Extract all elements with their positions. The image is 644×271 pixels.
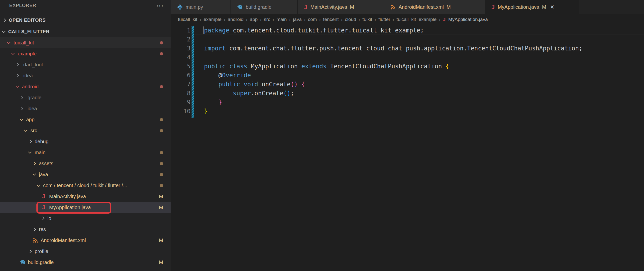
tree-item-label: MainActivity.java: [49, 194, 86, 199]
line-number: 10: [170, 107, 190, 116]
breadcrumb-item[interactable]: example: [204, 17, 222, 22]
tree-item-AndroidManifest.xml[interactable]: AndroidManifest.xmlM: [0, 235, 170, 246]
code-line-2[interactable]: 2: [170, 35, 644, 44]
modified-badge: M: [159, 259, 163, 265]
code-line-6[interactable]: 6 @Override: [170, 71, 644, 80]
workspace-section-header[interactable]: CALLS_FLUTTER: [0, 26, 170, 37]
java-file-icon: J: [443, 17, 446, 22]
breadcrumb-item[interactable]: app: [250, 17, 258, 22]
workspace-name: CALLS_FLUTTER: [8, 29, 50, 35]
tab-MyApplication.java[interactable]: JMyApplication.javaM×: [485, 0, 579, 14]
tab-MainActivity.java[interactable]: JMainActivity.javaM: [298, 0, 384, 14]
git-status-dot: [160, 52, 163, 55]
breadcrumb-item[interactable]: src: [264, 17, 270, 22]
tree-item-.dart_tool[interactable]: .dart_tool: [0, 59, 170, 70]
line-number: 7: [170, 80, 190, 89]
tab-AndroidManifest.xml[interactable]: AndroidManifest.xmlM: [384, 0, 485, 14]
tree-item-res[interactable]: res: [0, 224, 170, 235]
chevron-right-icon: [20, 96, 23, 99]
tree-item-label: .idea: [26, 106, 37, 112]
tree-item-.gradle[interactable]: .gradle: [0, 92, 170, 103]
line-number: 6: [170, 71, 190, 80]
breadcrumb-item[interactable]: main: [276, 17, 286, 22]
file-tree: tuicall_kitexample.dart_tool.ideaandroid…: [0, 37, 170, 268]
chevron-right-icon: [16, 74, 19, 77]
tree-item-build.gradle[interactable]: build.gradleM: [0, 257, 170, 268]
chevron-right-icon: [20, 107, 23, 110]
tree-item-example[interactable]: example: [0, 48, 170, 59]
breadcrumb-separator-icon: ›: [246, 17, 248, 23]
modified-badge: M: [542, 4, 546, 10]
chevron-right-icon: [28, 140, 32, 143]
tree-item-android[interactable]: android: [0, 81, 170, 92]
breadcrumb-item[interactable]: android: [228, 17, 244, 22]
tree-item-label: debug: [35, 139, 49, 144]
tree-item-label: .dart_tool: [22, 62, 43, 68]
tree-item-.idea[interactable]: .idea: [0, 103, 170, 114]
java-file-icon: J: [42, 204, 46, 210]
breadcrumb-separator-icon: ›: [272, 17, 274, 23]
tree-item-assets[interactable]: assets: [0, 158, 170, 169]
tab-label: MainActivity.java: [310, 4, 347, 10]
tree-item-label: example: [18, 51, 37, 57]
tree-item-label: .gradle: [26, 95, 42, 101]
breadcrumb-separator-icon: ›: [374, 17, 376, 23]
code-line-7[interactable]: 7 public void onCreate() {: [170, 80, 644, 89]
tab-main.py[interactable]: main.py: [170, 0, 230, 14]
vscode-window: EXPLORER ⋯ OPEN EDITORS CALLS_FLUTTER tu…: [0, 0, 644, 271]
tree-item-label: io: [48, 216, 52, 221]
tree-item-profile[interactable]: profile: [0, 246, 170, 257]
code-line-4[interactable]: 4: [170, 53, 644, 62]
chevron-right-icon: [41, 217, 44, 220]
tab-bar: main.pybuild.gradleJMainActivity.javaMAn…: [170, 0, 644, 14]
tree-item-label: build.gradle: [28, 259, 54, 265]
git-status-dot: [160, 184, 163, 187]
line-number: 3: [170, 44, 190, 53]
chevron-right-icon: [32, 162, 36, 165]
close-icon[interactable]: ×: [550, 4, 554, 11]
tree-item-label: res: [39, 226, 46, 232]
code-line-8[interactable]: 8 super.onCreate();: [170, 89, 644, 98]
code-line-5[interactable]: 5public class MyApplication extends Tenc…: [170, 62, 644, 71]
java-file-icon: J: [42, 193, 46, 199]
breadcrumb-item[interactable]: tuicall_kit: [178, 17, 197, 22]
breadcrumb-item[interactable]: tuikit: [362, 17, 372, 22]
code-line-10[interactable]: 10}: [170, 107, 644, 116]
tree-item-MainActivity.java[interactable]: JMainActivity.javaM: [0, 191, 170, 202]
tab-build.gradle[interactable]: build.gradle: [230, 0, 298, 14]
line-number: 2: [170, 35, 190, 44]
breadcrumb-item[interactable]: com: [308, 17, 317, 22]
breadcrumb-item[interactable]: flutter: [378, 17, 390, 22]
code-line-1[interactable]: 1package com.tencent.cloud.tuikit.flutte…: [170, 26, 644, 35]
explorer-sidebar: EXPLORER ⋯ OPEN EDITORS CALLS_FLUTTER tu…: [0, 0, 170, 271]
tree-item-com / tencent / cloud / tuikit / flutter /...[interactable]: com / tencent / cloud / tuikit / flutter…: [0, 180, 170, 191]
tree-item-MyApplication.java[interactable]: JMyApplication.javaM: [0, 202, 170, 213]
breadcrumb-item[interactable]: java: [293, 17, 302, 22]
open-editors-header[interactable]: OPEN EDITORS: [0, 15, 170, 26]
tree-item-debug[interactable]: debug: [0, 136, 170, 147]
tree-item-label: main: [35, 150, 46, 155]
tree-item-app[interactable]: app: [0, 114, 170, 125]
tree-item-main[interactable]: main: [0, 147, 170, 158]
tree-indent-guide: [38, 191, 38, 224]
line-number: 8: [170, 89, 190, 98]
more-actions-icon[interactable]: ⋯: [156, 0, 164, 11]
tree-item-.idea[interactable]: .idea: [0, 70, 170, 81]
breadcrumb-separator-icon: ›: [289, 17, 291, 23]
breadcrumb-item[interactable]: cloud: [345, 17, 356, 22]
tree-item-tuicall_kit[interactable]: tuicall_kit: [0, 37, 170, 48]
breadcrumb-item[interactable]: tuicall_kit_example: [396, 17, 437, 22]
chevron-down-icon: [37, 183, 40, 187]
git-status-dot: [160, 173, 163, 176]
tree-item-java[interactable]: java: [0, 169, 170, 180]
chevron-down-icon: [28, 150, 32, 154]
breadcrumb-file[interactable]: MyApplication.java: [448, 17, 488, 22]
code-line-3[interactable]: 3import com.tencent.chat.flutter.push.te…: [170, 44, 644, 53]
code-editor[interactable]: 1package com.tencent.cloud.tuikit.flutte…: [170, 25, 644, 271]
chevron-down-icon: [16, 84, 19, 88]
code-line-9[interactable]: 9 }: [170, 98, 644, 107]
line-number: 1: [170, 26, 190, 35]
breadcrumb-item[interactable]: tencent: [323, 17, 338, 22]
tree-item-src[interactable]: src: [0, 125, 170, 136]
tree-item-io[interactable]: io: [0, 213, 170, 224]
